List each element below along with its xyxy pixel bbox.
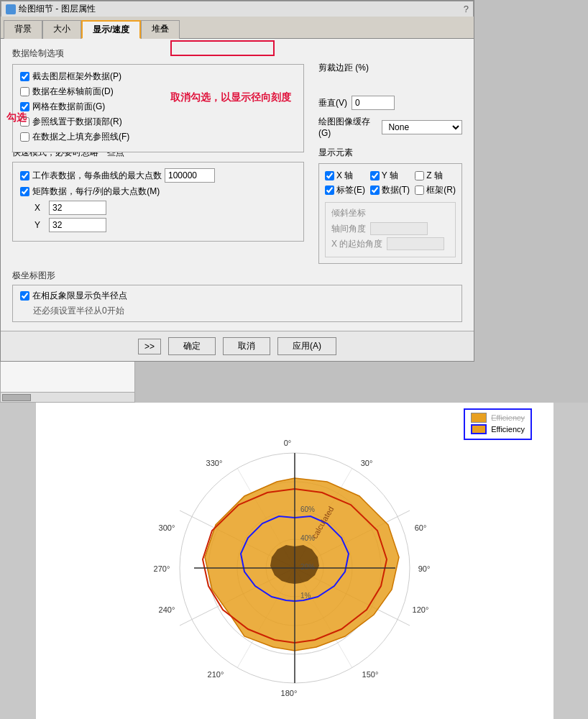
label-x-axis: X 轴 [336,170,353,182]
matrix-row: 矩阵数据，每行/列的最大点数(M) [20,186,296,198]
arrow-button[interactable]: >> [138,339,161,354]
display-elements-section: 显示元素 X 轴 Y 轴 Z 轴 [318,147,462,264]
label-label: 标签(E) [336,184,365,196]
label-150: 150° [362,670,379,679]
legend-color-1 [471,413,487,423]
polar-note: 还必须设置半径从0开始 [20,305,454,317]
polar-chart: calculated 0° 30° 60° 90° 120° 150° 180°… [122,424,467,712]
label-fill-ref: 在数据之上填充参照线(F) [32,131,129,143]
help-button[interactable]: ? [464,4,469,14]
polar-checkbox-row: 在相反象限显示负半径点 [20,290,454,302]
label-frame: 框架(R) [426,184,456,196]
drawing-options-title: 数据绘制选项 [12,47,304,60]
worksheet-input[interactable] [165,168,215,183]
polar-section: 极坐标图形 在相反象限显示负半径点 还必须设置半径从0开始 [12,270,462,322]
label-ref-top: 参照线置于数据顶部(R) [32,116,122,128]
checkbox-frame[interactable] [415,186,424,195]
checkbox-x-axis[interactable] [325,171,334,180]
display-elements-box: X 轴 Y 轴 Z 轴 标签(E) [318,163,462,264]
chart-inner: Efficiency Efficiency [36,403,553,719]
vertical-label: 垂直(V) [318,97,347,109]
polar-label: 在相反象限显示负半径点 [32,290,127,302]
checkbox-label[interactable] [325,186,334,195]
ok-button[interactable]: 确定 [168,337,216,355]
legend-item-2: Efficiency [471,424,525,434]
legend-box: Efficiency Efficiency [464,408,532,440]
display-elements-grid: X 轴 Y 轴 Z 轴 标签(E) [325,170,456,196]
label-330: 330° [206,459,223,467]
check-frame: 框架(R) [415,184,456,196]
incline-box: 倾斜坐标 轴间角度 X 的起始角度 [325,202,456,257]
checkbox-polar[interactable] [20,291,29,301]
check-label: 标签(E) [325,184,366,196]
tab-size[interactable]: 大小 [42,20,81,39]
right-options: 剪裁边距 (%) 垂直(V) 绘图图像缓存(G) None [318,47,462,141]
tab-bar: 背景 大小 显示/速度 堆叠 [1,17,474,39]
y-input[interactable] [49,218,106,232]
incline-start-row: X 的起始角度 [331,237,449,250]
buffer-select[interactable]: None [382,120,462,134]
label-60: 60° [415,523,427,532]
buffer-label: 绘图图像缓存(G) [318,116,377,138]
label-180: 180° [281,689,298,697]
checkbox-y-axis[interactable] [370,171,380,180]
display-elements-title: 显示元素 [318,147,462,159]
drawing-options-box: 截去图层框架外数据(P) 数据在坐标轴前面(D) 网格在数据前面(G) 参照线置… [12,64,304,152]
vertical-row: 垂直(V) [318,96,462,110]
checkbox-matrix[interactable] [20,187,29,196]
legend-color-2 [471,424,487,434]
xy-inputs: X Y [20,201,296,232]
checkbox-row-grid-front: 网格在数据前面(G) [20,101,296,113]
dialog-title: 绘图细节 - 图层属性 [19,3,96,15]
legend-label-2: Efficiency [491,425,525,434]
x-input[interactable] [49,201,106,215]
matrix-label: 矩阵数据，每行/列的最大点数(M) [32,186,160,198]
check-z-axis: Z 轴 [415,170,456,182]
checkbox-data-front[interactable] [20,87,29,96]
checkbox-clip[interactable] [20,72,29,81]
checkbox-grid-front[interactable] [20,102,29,111]
radial-60: 60% [300,505,315,513]
label-data: 数据(T) [382,184,410,196]
radial-20: 20% [300,563,315,571]
polar-box: 在相反象限显示负半径点 还必须设置半径从0开始 [12,285,462,322]
checkbox-worksheet[interactable] [20,171,29,180]
check-x-axis: X 轴 [325,170,366,182]
dialog-layer-properties: 绘图细节 - 图层属性 ? 背景 大小 显示/速度 堆叠 数据绘制选项 截去图层… [0,0,474,362]
checkbox-ref-top[interactable] [20,117,29,127]
incline-start-input [387,237,444,250]
apply-button[interactable]: 应用(A) [277,337,336,355]
radial-40: 40% [300,534,315,542]
x-row: X [35,201,296,215]
checkbox-row-ref-top: 参照线置于数据顶部(R) [20,116,296,128]
title-icon [6,4,16,14]
tree-scrollbar[interactable] [1,392,134,402]
checkbox-fill-ref[interactable] [20,132,29,142]
fast-left: 快速模式，必要时忽略一些点 工作表数据，每条曲线的最大点数 矩阵数据，每行/列的… [12,147,304,264]
checkbox-data[interactable] [370,186,380,195]
label-0: 0° [284,439,292,447]
checkbox-z-axis[interactable] [415,171,424,180]
label-y-axis: Y 轴 [382,170,398,182]
x-label: X [35,203,45,213]
label-120: 120° [413,605,429,614]
incline-angle-input [370,222,428,235]
tab-background[interactable]: 背景 [4,20,42,39]
incline-angle-label: 轴间角度 [331,223,366,235]
checkbox-row-fill-ref: 在数据之上填充参照线(F) [20,131,296,143]
vertical-input[interactable] [352,96,395,110]
check-data: 数据(T) [370,184,411,196]
worksheet-row: 工作表数据，每条曲线的最大点数 [20,168,296,183]
worksheet-label: 工作表数据，每条曲线的最大点数 [32,170,162,182]
tab-display-speed[interactable]: 显示/速度 [81,20,141,39]
y-label: Y [35,220,45,230]
tab-stack[interactable]: 堆叠 [141,20,180,39]
scroll-thumb[interactable] [2,394,31,401]
label-30: 30° [361,459,373,467]
label-240: 240° [159,605,175,614]
label-grid-front: 网格在数据前面(G) [32,101,105,113]
label-z-axis: Z 轴 [426,170,443,182]
cancel-button[interactable]: 取消 [223,337,270,355]
legend-label-1: Efficiency [491,413,525,422]
buffer-row: 绘图图像缓存(G) None [318,116,462,138]
